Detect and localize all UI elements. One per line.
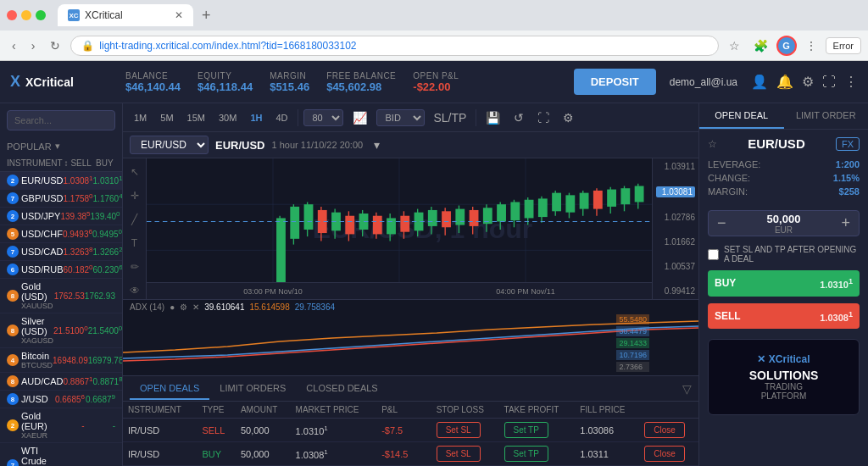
- tf-4d[interactable]: 4D: [271, 110, 292, 125]
- instrument-row[interactable]: 8 Silver (USD) XAGUSD 21.51000 21.54000: [0, 313, 122, 348]
- fullscreen-icon-btn[interactable]: ⛶: [822, 75, 836, 90]
- popular-header[interactable]: POPULAR ▾: [0, 137, 122, 155]
- text-tool[interactable]: T: [129, 235, 140, 252]
- free-balance-value: $45,602.98: [326, 80, 396, 93]
- new-tab-button[interactable]: +: [198, 7, 214, 25]
- cursor-tool[interactable]: ↖: [128, 164, 142, 180]
- deal-margin-label: MARGIN:: [708, 186, 748, 197]
- tab-limit-orders[interactable]: LIMIT ORDERS: [209, 378, 296, 400]
- chart-line-btn[interactable]: 📈: [348, 108, 371, 127]
- instrument-sell-price: 1.32638: [64, 246, 93, 257]
- address-bar[interactable]: 🔒 light-trading.xcritical.com/index.html…: [70, 36, 718, 56]
- instrument-row[interactable]: 2 Gold (EUR) XAEUR - -: [0, 408, 122, 443]
- set-tp-button[interactable]: Set TP: [504, 422, 548, 438]
- refresh-btn[interactable]: ↺: [509, 108, 528, 127]
- set-tp-button[interactable]: Set TP: [504, 446, 548, 462]
- sl-tp-checkbox-input[interactable]: [708, 249, 719, 260]
- instrument-row[interactable]: 8 Gold (USD) XAUUSD 1762.53 1762.93: [0, 279, 122, 313]
- back-button[interactable]: ‹: [7, 36, 21, 56]
- instrument-row[interactable]: 7 USD/CAD 1.32638 1.32662: [0, 243, 122, 261]
- adx-r5: 2.7366: [616, 362, 649, 372]
- tab-close-btn[interactable]: ✕: [175, 9, 183, 21]
- svg-rect-54: [470, 210, 479, 226]
- pair-selector-dropdown-btn[interactable]: ▾: [370, 136, 384, 154]
- buy-button[interactable]: BUY 1.03101: [708, 270, 860, 297]
- instrument-row[interactable]: 7 GBP/USD 1.17580 1.17604: [0, 190, 122, 208]
- amount-decrease-btn[interactable]: −: [709, 211, 735, 236]
- equity-label: EQUITY: [198, 71, 253, 80]
- bid-ask-select[interactable]: BID ASK: [376, 109, 425, 126]
- extensions-button[interactable]: 🧩: [748, 36, 773, 56]
- trading-app: X XCritical BALANCE $46,140.44 EQUITY $4…: [0, 61, 868, 466]
- browser-tab[interactable]: XC XCritical ✕: [58, 4, 193, 26]
- tab-open-deal[interactable]: OPEN DEAL: [699, 103, 784, 129]
- instrument-row[interactable]: 2 USD/JPY 139.385 139.400: [0, 208, 122, 225]
- instrument-row[interactable]: 7 WTI Crude Oil USODUSD - -: [0, 443, 122, 466]
- close-deal-button[interactable]: Close: [644, 422, 685, 438]
- set-sl-button[interactable]: Set SL: [437, 446, 481, 462]
- line-tool[interactable]: ╱: [129, 211, 140, 228]
- set-sl-button[interactable]: Set SL: [437, 422, 481, 438]
- user-icon-btn[interactable]: 👤: [751, 74, 768, 90]
- tab-closed-deals[interactable]: CLOSED DEALS: [296, 378, 387, 400]
- close-dot[interactable]: [7, 10, 17, 20]
- chart-type-select[interactable]: 80: [303, 109, 343, 126]
- instrument-row[interactable]: 8 J/USD 0.66856 0.66879: [0, 391, 122, 408]
- reload-button[interactable]: ↻: [45, 36, 65, 56]
- instrument-name: EUR/USD: [21, 175, 64, 186]
- instrument-row[interactable]: 6 USD/RUB 60.1820 60.2306: [0, 261, 122, 279]
- bookmark-button[interactable]: ☆: [724, 36, 745, 56]
- maximize-dot[interactable]: [36, 10, 46, 20]
- sell-price: 1.03081: [820, 310, 853, 323]
- more-icon-btn[interactable]: ⋮: [844, 74, 858, 90]
- forward-button[interactable]: ›: [26, 36, 41, 56]
- eye-tool[interactable]: 👁: [127, 282, 142, 299]
- instrument-sell-price: 1762.53: [53, 291, 85, 301]
- sell-button[interactable]: SELL 1.03081: [708, 303, 860, 330]
- instrument-buy-price: 60.2306: [93, 264, 122, 275]
- instrument-row[interactable]: 4 Bitcoin BTCUSD 16948.09 16979.78: [0, 348, 122, 373]
- adx-settings-icon[interactable]: ⚙: [180, 302, 187, 312]
- instrument-row[interactable]: 5 USD/CHF 0.94936 0.94950: [0, 225, 122, 243]
- settings-icon-btn[interactable]: ⚙: [802, 74, 814, 90]
- tab-limit-order[interactable]: LIMIT ORDER: [784, 103, 869, 129]
- pair-dropdown[interactable]: EUR/USD: [130, 136, 209, 154]
- app-header: X XCritical BALANCE $46,140.44 EQUITY $4…: [0, 61, 868, 103]
- tf-30m[interactable]: 30M: [214, 110, 241, 125]
- deposit-button[interactable]: DEPOSIT: [574, 69, 656, 95]
- instrument-badge: 8: [7, 325, 19, 336]
- instrument-badge: 2: [7, 419, 19, 431]
- instrument-row[interactable]: 2 EUR/USD 1.03081 1.03101: [0, 172, 122, 190]
- deal-star-icon[interactable]: ☆: [708, 138, 717, 150]
- sl-tp-btn[interactable]: SL/TP: [430, 108, 471, 127]
- right-panel: OPEN DEAL LIMIT ORDER ☆ EUR/USD FX LEVER…: [698, 103, 868, 466]
- expand-btn[interactable]: ⛶: [533, 108, 554, 127]
- notifications-icon-btn[interactable]: 🔔: [776, 74, 793, 90]
- tf-5m[interactable]: 5M: [156, 110, 177, 125]
- collapse-deals-btn[interactable]: ▽: [682, 382, 692, 396]
- tab-open-deals[interactable]: OPEN DEALS: [130, 378, 209, 400]
- instrument-row[interactable]: 8 AUD/CAD 0.88671 0.88718: [0, 373, 122, 391]
- chart-settings-btn[interactable]: ⚙: [559, 108, 578, 127]
- close-deal-button[interactable]: Close: [644, 446, 685, 462]
- amount-value[interactable]: 50,000: [735, 213, 833, 225]
- search-input[interactable]: [7, 110, 115, 130]
- settings-button[interactable]: ⋮: [800, 36, 822, 56]
- svg-rect-66: [552, 193, 561, 212]
- deals-table: NSTRUMENT TYPE AMOUNT MARKET PRICE P&L S…: [123, 402, 698, 466]
- chart-left-tools: ↖ ✛ ╱ T ✏ 👁 → 🔒 🗑 ⚙: [123, 158, 147, 299]
- pair-selector-bar: EUR/USD EUR/USD 1 hour 11/10/22 20:00 ▾: [123, 132, 698, 158]
- tf-1m[interactable]: 1M: [130, 110, 151, 125]
- save-layout-btn[interactable]: 💾: [481, 108, 504, 127]
- col-type: TYPE: [197, 402, 236, 419]
- error-button[interactable]: Error: [826, 37, 861, 54]
- crosshair-tool[interactable]: ✛: [128, 187, 142, 204]
- tf-15m[interactable]: 15M: [183, 110, 209, 125]
- amount-increase-btn[interactable]: +: [832, 211, 859, 236]
- tf-1h[interactable]: 1H: [246, 110, 266, 125]
- minimize-dot[interactable]: [21, 10, 31, 20]
- adx-eye-icon[interactable]: ●: [170, 302, 175, 312]
- adx-close-icon[interactable]: ✕: [192, 302, 199, 312]
- profile-button[interactable]: G: [776, 36, 797, 56]
- pencil-tool[interactable]: ✏: [128, 258, 142, 275]
